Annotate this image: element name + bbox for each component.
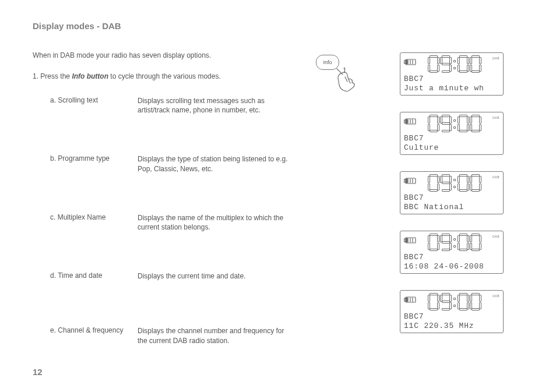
svg-rect-5 xyxy=(406,60,408,65)
svg-rect-7 xyxy=(404,120,406,123)
lcd-display: DABBBC7Culture xyxy=(400,112,504,155)
list-item: d. Time and date Displays the current ti… xyxy=(50,271,295,281)
battery-icon xyxy=(404,59,417,66)
page-number: 12 xyxy=(33,367,43,377)
svg-rect-17 xyxy=(406,179,408,183)
step-1-bold: Info button xyxy=(72,72,108,80)
list-item: a. Scrolling text Displays scrolling tex… xyxy=(50,96,295,115)
svg-rect-25 xyxy=(404,298,406,301)
mode-label: c. Multiplex Name xyxy=(50,213,138,232)
info-button-illustration: Info 1 xyxy=(315,54,373,94)
mode-desc: Displays scrolling text messages such as… xyxy=(138,96,289,115)
lcd-info-line: 16:08 24-06-2008 xyxy=(404,262,499,271)
lcd-info-line: 11C 220.35 MHz xyxy=(404,322,499,331)
lcd-display: DABBBC711C 220.35 MHz xyxy=(400,290,504,333)
mode-label: e. Channel & frequency xyxy=(50,326,138,345)
lcd-station: BBC7 xyxy=(404,193,499,203)
mode-label: b. Programme type xyxy=(50,154,138,173)
lcd-station: BBC7 xyxy=(404,312,499,322)
svg-rect-13 xyxy=(404,179,406,182)
mode-label: a. Scrolling text xyxy=(50,96,138,115)
svg-rect-1 xyxy=(404,61,406,63)
lcd-display: DABBBC7BBC National xyxy=(400,171,504,214)
dab-indicator: DAB xyxy=(492,235,499,238)
svg-rect-19 xyxy=(404,239,406,242)
hand-press-icon xyxy=(331,64,360,93)
step-1: 1. Press the Info button to cycle throug… xyxy=(33,72,221,80)
lcd-displays: DABBBC7Just a minute whDABBBC7CultureDAB… xyxy=(400,52,504,349)
lcd-station: BBC7 xyxy=(404,253,499,262)
step-1-prefix: 1. Press the xyxy=(33,72,72,80)
step-1-suffix: to cycle through the various modes. xyxy=(108,72,221,80)
dab-indicator: DAB xyxy=(492,116,499,119)
dab-indicator: DAB xyxy=(492,175,499,179)
lcd-info-line: Culture xyxy=(404,143,499,153)
mode-desc: Displays the type of station being liste… xyxy=(138,154,289,173)
battery-icon xyxy=(404,296,417,303)
modes-list: a. Scrolling text Displays scrolling tex… xyxy=(50,96,295,385)
mode-desc: Displays the current time and date. xyxy=(138,271,289,281)
lcd-station: BBC7 xyxy=(404,134,499,143)
mode-desc: Displays the channel number and frequenc… xyxy=(138,326,289,345)
svg-rect-29 xyxy=(406,298,408,302)
intro-text: When in DAB mode your radio has seven di… xyxy=(33,51,211,59)
svg-rect-23 xyxy=(406,238,408,243)
dab-indicator: DAB xyxy=(492,56,499,60)
mode-label: d. Time and date xyxy=(50,271,138,281)
page-title: Display modes - DAB xyxy=(33,21,121,31)
lcd-info-line: BBC National xyxy=(404,203,499,212)
list-item: b. Programme type Displays the type of s… xyxy=(50,154,295,173)
battery-icon xyxy=(404,237,417,244)
lcd-station: BBC7 xyxy=(404,75,499,84)
dab-indicator: DAB xyxy=(492,294,499,298)
lcd-display: DABBBC7Just a minute wh xyxy=(400,52,504,96)
svg-rect-11 xyxy=(406,119,408,124)
list-item: c. Multiplex Name Displays the name of t… xyxy=(50,213,295,232)
list-item: e. Channel & frequency Displays the chan… xyxy=(50,326,295,345)
lcd-display: DABBBC716:08 24-06-2008 xyxy=(400,231,504,274)
battery-icon xyxy=(404,118,417,125)
mode-desc: Displays the name of the multiplex to wh… xyxy=(138,213,289,232)
battery-icon xyxy=(404,178,417,185)
lcd-info-line: Just a minute wh xyxy=(404,84,499,93)
